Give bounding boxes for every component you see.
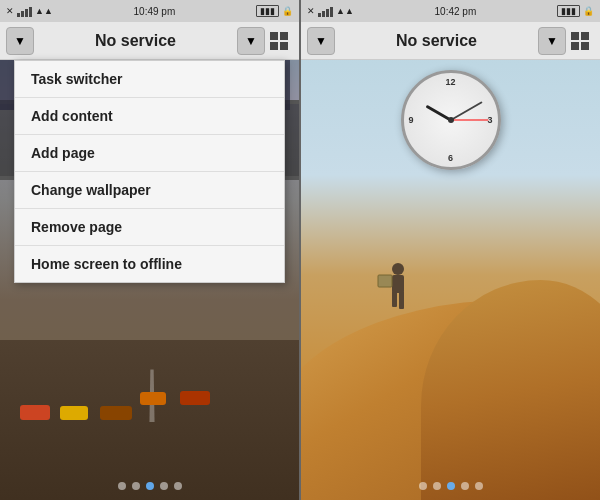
left-phone: ✕ ▲▲ 10:49 pm ▮▮▮ 🔒 ▼ No service ▼ Task … (0, 0, 299, 500)
left-dot-2[interactable] (132, 482, 140, 490)
svg-point-0 (392, 263, 404, 275)
right-nav-bar: ▼ No service ▼ (301, 22, 600, 60)
left-dot-4[interactable] (160, 482, 168, 490)
left-nav-left-arrow[interactable]: ▼ (6, 27, 34, 55)
svg-rect-5 (399, 291, 404, 309)
left-grid-icon (270, 32, 288, 50)
left-lock-icon: 🔒 (282, 6, 293, 16)
left-time: 10:49 pm (134, 6, 176, 17)
right-page-dots (301, 482, 600, 490)
left-signal-x-icon: ✕ (6, 6, 14, 16)
menu-add-content[interactable]: Add content (15, 98, 284, 135)
clock-widget: 12 3 6 9 (401, 70, 501, 170)
left-dot-5[interactable] (174, 482, 182, 490)
menu-add-page[interactable]: Add page (15, 135, 284, 172)
clock-face: 12 3 6 9 (401, 70, 501, 170)
right-nav-grid-button[interactable] (566, 27, 594, 55)
right-lock-icon: 🔒 (583, 6, 594, 16)
clock-num-9: 9 (409, 115, 414, 125)
clock-center-dot (448, 117, 454, 123)
clock-num-6: 6 (448, 153, 453, 163)
menu-home-screen-offline[interactable]: Home screen to offline (15, 246, 284, 282)
left-nav-grid-button[interactable] (265, 27, 293, 55)
clock-second-hand (451, 120, 489, 121)
right-dot-4[interactable] (461, 482, 469, 490)
clock-num-12: 12 (445, 77, 455, 87)
left-nav-right-arrow[interactable]: ▼ (237, 27, 265, 55)
left-dot-1[interactable] (118, 482, 126, 490)
left-dropdown-menu: Task switcher Add content Add page Chang… (14, 60, 285, 283)
right-wifi-icon: ▲▲ (336, 6, 354, 16)
right-dot-2[interactable] (433, 482, 441, 490)
left-dot-3[interactable] (146, 482, 154, 490)
right-nav-right-arrow[interactable]: ▼ (538, 27, 566, 55)
left-status-right: ▮▮▮ 🔒 (256, 5, 293, 17)
left-signal-bars (17, 5, 32, 17)
left-nav-title: No service (34, 32, 237, 50)
left-status-left: ✕ ▲▲ (6, 5, 53, 17)
right-signal-x-icon: ✕ (307, 6, 315, 16)
left-wifi-icon: ▲▲ (35, 6, 53, 16)
svg-rect-4 (392, 291, 397, 307)
right-dot-3[interactable] (447, 482, 455, 490)
right-dot-5[interactable] (475, 482, 483, 490)
desert-figure (376, 261, 416, 325)
left-page-dots (0, 482, 299, 490)
right-status-right: ▮▮▮ 🔒 (557, 5, 594, 17)
right-status-bar: ✕ ▲▲ 10:42 pm ▮▮▮ 🔒 (301, 0, 600, 22)
right-dot-1[interactable] (419, 482, 427, 490)
right-battery-icon: ▮▮▮ (557, 5, 580, 17)
menu-remove-page[interactable]: Remove page (15, 209, 284, 246)
right-time: 10:42 pm (435, 6, 477, 17)
menu-task-switcher[interactable]: Task switcher (15, 61, 284, 98)
right-nav-title: No service (335, 32, 538, 50)
right-status-left: ✕ ▲▲ (307, 5, 354, 17)
clock-minute-hand (450, 101, 482, 121)
svg-rect-3 (378, 275, 392, 287)
right-signal-bars (318, 5, 333, 17)
left-status-bar: ✕ ▲▲ 10:49 pm ▮▮▮ 🔒 (0, 0, 299, 22)
menu-change-wallpaper[interactable]: Change wallpaper (15, 172, 284, 209)
left-nav-bar: ▼ No service ▼ (0, 22, 299, 60)
right-nav-left-arrow[interactable]: ▼ (307, 27, 335, 55)
right-grid-icon (571, 32, 589, 50)
left-battery-icon: ▮▮▮ (256, 5, 279, 17)
right-phone: ✕ ▲▲ 10:42 pm ▮▮▮ 🔒 ▼ No service ▼ (301, 0, 600, 500)
